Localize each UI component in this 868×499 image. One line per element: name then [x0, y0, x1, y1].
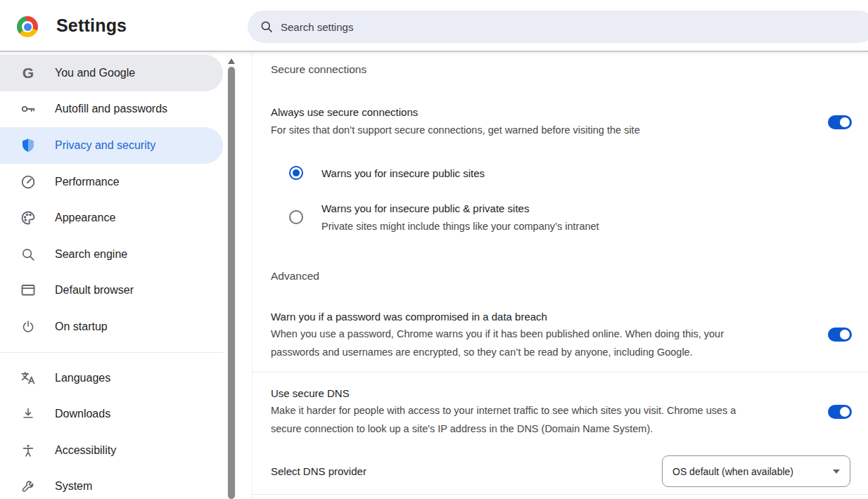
accessibility-person-icon — [20, 442, 37, 459]
key-icon — [20, 101, 37, 117]
scrollbar-up-arrow-icon[interactable] — [228, 58, 235, 64]
download-icon — [20, 406, 37, 422]
sidebar-item-system[interactable]: System — [0, 469, 223, 499]
sidebar: G You and Google Autofill and passwords … — [0, 55, 225, 499]
section-heading-advanced: Advanced — [271, 270, 319, 283]
page-title: Settings — [56, 15, 127, 36]
sidebar-item-appearance[interactable]: Appearance — [0, 200, 223, 236]
search-input[interactable]: Search settings — [248, 11, 868, 43]
setting-subtitle-use-secure-dns: Make it harder for people with access to… — [271, 401, 816, 438]
always-use-secure-connections-toggle[interactable] — [828, 115, 852, 129]
setting-title-password-breach: Warn you if a password was compromised i… — [271, 311, 547, 323]
dns-provider-selected-value: OS default (when available) — [672, 466, 833, 477]
power-icon — [20, 318, 37, 335]
sidebar-item-accessibility[interactable]: Accessibility — [0, 432, 223, 469]
toggle-knob — [840, 407, 850, 417]
sidebar-divider — [0, 352, 223, 353]
setting-subtitle-always-use-secure-connections: For sites that don’t support secure conn… — [271, 121, 816, 139]
setting-title-use-secure-dns: Use secure DNS — [271, 387, 350, 399]
palette-icon — [20, 209, 37, 226]
google-g-icon: G — [20, 65, 37, 82]
sidebar-item-label: Default browser — [55, 284, 134, 297]
sidebar-item-on-startup[interactable]: On startup — [0, 309, 223, 345]
setting-subtitle-password-breach: When you use a password, Chrome warns yo… — [271, 325, 816, 361]
chrome-settings-page: Settings Search settings G You and Googl… — [0, 0, 868, 499]
search-placeholder: Search settings — [281, 21, 353, 33]
radio-warns-insecure-public-sites[interactable] — [289, 166, 303, 180]
magnifier-icon — [20, 246, 37, 263]
sidebar-item-performance[interactable]: Performance — [0, 164, 223, 200]
radio-warns-insecure-public-private-sites[interactable] — [289, 210, 303, 224]
sidebar-item-label: Privacy and security — [55, 139, 155, 152]
setting-title-always-use-secure-connections: Always use secure connections — [271, 106, 418, 118]
toggle-knob — [840, 330, 850, 339]
sidebar-item-privacy-and-security[interactable]: Privacy and security — [0, 127, 223, 164]
scrollbar-thumb[interactable] — [228, 67, 235, 499]
shield-icon — [20, 137, 37, 154]
toggle-knob — [840, 117, 850, 127]
search-icon — [260, 20, 274, 34]
chevron-down-icon — [833, 469, 840, 474]
sidebar-item-search-engine[interactable]: Search engine — [0, 236, 223, 273]
section-heading-secure-connections: Secure connections — [271, 63, 366, 76]
sidebar-item-label: Search engine — [55, 248, 127, 261]
sidebar-item-default-browser[interactable]: Default browser — [0, 273, 223, 309]
password-breach-toggle[interactable] — [828, 328, 852, 342]
dns-provider-select[interactable]: OS default (when available) — [662, 455, 850, 487]
sidebar-item-languages[interactable]: Languages — [0, 360, 223, 396]
speedometer-icon — [20, 174, 37, 190]
browser-window-icon — [20, 282, 37, 299]
sidebar-item-label: Downloads — [55, 408, 110, 420]
sidebar-item-label: Languages — [55, 372, 110, 384]
sidebar-item-label: System — [55, 480, 92, 493]
sidebar-item-label: Autofill and passwords — [55, 103, 167, 115]
select-dns-provider-label: Select DNS provider — [271, 465, 366, 477]
section-divider — [253, 494, 868, 495]
radio-label: Warns you for insecure public sites — [321, 167, 485, 179]
sidebar-item-label: Performance — [55, 176, 120, 188]
wrench-icon — [20, 478, 37, 495]
sidebar-item-label: Appearance — [55, 212, 115, 224]
sidebar-item-label: You and Google — [55, 67, 135, 79]
radio-label: Warns you for insecure public & private … — [321, 202, 529, 214]
radio-sublabel: Private sites might include things like … — [321, 221, 599, 232]
sidebar-item-you-and-google[interactable]: G You and Google — [0, 55, 223, 91]
main-content: Secure connections Always use secure con… — [252, 53, 868, 499]
sidebar-item-downloads[interactable]: Downloads — [0, 396, 223, 432]
sidebar-item-label: Accessibility — [55, 444, 116, 457]
chrome-logo-icon — [17, 16, 38, 37]
sidebar-item-autofill-and-passwords[interactable]: Autofill and passwords — [0, 91, 223, 128]
translate-icon — [20, 370, 37, 387]
section-divider — [253, 372, 868, 372]
sidebar-item-label: On startup — [55, 320, 108, 333]
header: Settings Search settings — [0, 0, 868, 52]
sidebar-scrollbar[interactable] — [225, 55, 238, 499]
use-secure-dns-toggle[interactable] — [828, 405, 852, 419]
